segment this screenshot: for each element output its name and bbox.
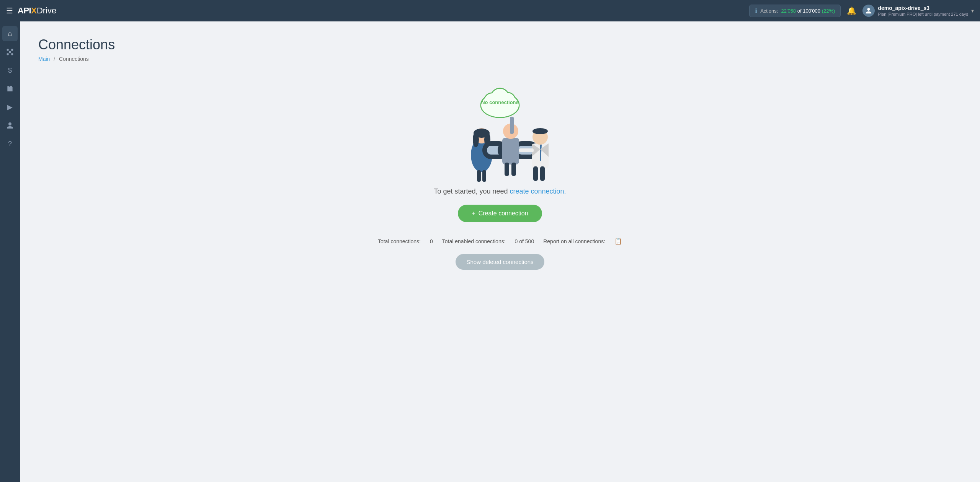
empty-state-illustration: No connections [439, 80, 561, 187]
breadcrumb-current: Connections [59, 56, 89, 62]
cta-text: To get started, you need create connecti… [434, 187, 566, 195]
svg-rect-19 [477, 170, 481, 182]
actions-of: of [797, 8, 803, 14]
report-label: Report on all connections: [543, 238, 605, 244]
nav-left: ☰ API X Drive [6, 6, 56, 16]
sidebar-item-home[interactable]: ⌂ [2, 26, 18, 41]
logo-drive: Drive [37, 6, 56, 16]
svg-rect-31 [505, 163, 509, 176]
svg-rect-4 [11, 53, 13, 55]
svg-rect-40 [540, 166, 545, 181]
show-deleted-button[interactable]: Show deleted connections [456, 254, 544, 270]
svg-point-38 [532, 128, 548, 134]
report-icon[interactable]: 📋 [614, 238, 622, 245]
user-section[interactable]: demo_apix-drive_s3 Plan |Premium PRO| le… [862, 5, 974, 17]
total-enabled-value: 0 of 500 [515, 238, 534, 244]
actions-counter: ℹ Actions: 22'058 of 100'000 (22%) [749, 5, 841, 17]
svg-text:No connections: No connections [481, 99, 519, 105]
info-icon: ℹ [755, 7, 757, 15]
svg-point-17 [473, 132, 479, 147]
logo-api: API [18, 6, 31, 16]
sidebar-item-billing[interactable]: $ [2, 63, 18, 78]
user-icon [865, 7, 872, 14]
create-connection-link[interactable]: create connection. [510, 187, 566, 195]
breadcrumb-separator: / [54, 56, 55, 62]
total-connections-label: Total connections: [378, 238, 421, 244]
hamburger-menu[interactable]: ☰ [6, 6, 13, 15]
sidebar-item-connections[interactable] [2, 44, 18, 60]
svg-rect-30 [510, 117, 514, 134]
top-navigation: ☰ API X Drive ℹ Actions: 22'058 of 100'0… [0, 0, 980, 21]
app-logo: API X Drive [18, 6, 56, 16]
connections-icon [6, 48, 14, 56]
empty-state: No connections [38, 80, 962, 270]
avatar [862, 5, 875, 17]
svg-rect-1 [11, 49, 13, 51]
bell-icon[interactable]: 🔔 [847, 6, 856, 15]
chevron-down-icon: ▾ [971, 8, 974, 14]
svg-rect-0 [7, 49, 9, 51]
breadcrumb-main-link[interactable]: Main [38, 56, 50, 62]
sidebar-item-projects[interactable] [2, 81, 18, 96]
actions-current: 22'058 [781, 8, 796, 14]
profile-icon [6, 122, 14, 129]
nav-right: ℹ Actions: 22'058 of 100'000 (22%) 🔔 dem… [749, 5, 974, 17]
actions-label: Actions: [760, 8, 778, 14]
stats-row: Total connections: 0 Total enabled conne… [378, 238, 622, 245]
svg-rect-3 [7, 53, 9, 55]
svg-rect-20 [482, 170, 486, 182]
actions-total: 100'000 [803, 8, 820, 14]
total-connections-value: 0 [430, 238, 433, 244]
page-content: Connections Main / Connections [20, 21, 980, 482]
sidebar-item-tutorials[interactable]: ▶ [2, 99, 18, 115]
svg-rect-2 [9, 51, 11, 53]
user-name: demo_apix-drive_s3 [878, 5, 968, 11]
user-plan: Plan |Premium PRO| left until payment 27… [878, 11, 968, 17]
svg-rect-28 [502, 138, 519, 164]
sidebar: ⌂ $ ▶ ? [0, 21, 20, 482]
svg-rect-39 [533, 166, 538, 181]
actions-percent: (22%) [822, 8, 835, 14]
svg-rect-32 [511, 163, 516, 176]
actions-value: 22'058 of 100'000 (22%) [781, 8, 835, 14]
logo-x: X [31, 6, 37, 16]
total-enabled-label: Total enabled connections: [442, 238, 506, 244]
breadcrumb: Main / Connections [38, 56, 962, 62]
briefcase-icon [6, 85, 14, 93]
sidebar-item-help[interactable]: ? [2, 136, 18, 151]
create-btn-plus: + [472, 210, 475, 217]
user-info: demo_apix-drive_s3 Plan |Premium PRO| le… [878, 5, 968, 17]
page-title: Connections [38, 37, 962, 53]
svg-rect-41 [519, 148, 534, 152]
sidebar-item-profile[interactable] [2, 118, 18, 133]
main-layout: ⌂ $ ▶ ? Connections Main / Connections [0, 21, 980, 482]
create-btn-label: Create connection [479, 210, 528, 217]
create-connection-button[interactable]: + Create connection [458, 205, 542, 222]
